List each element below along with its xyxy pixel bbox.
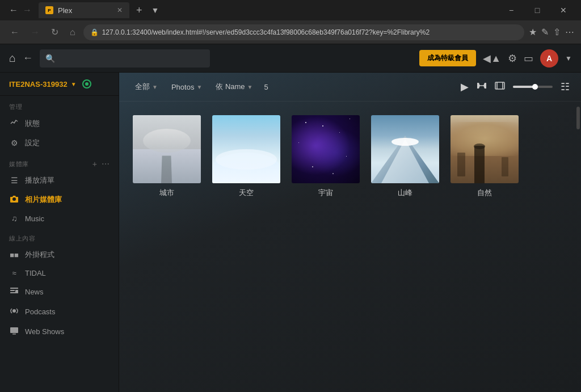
sidebar-item-plugins[interactable]: ■■ 外掛程式 bbox=[0, 245, 119, 264]
filter-all-button[interactable]: 全部 ▼ bbox=[130, 79, 162, 94]
volume-slider[interactable] bbox=[513, 86, 553, 88]
photo-label-sky: 天空 bbox=[212, 188, 280, 198]
photo-thumb-nature bbox=[451, 115, 519, 183]
photo-item-nature[interactable]: 自然 bbox=[451, 115, 519, 198]
playlist-icon: ☰ bbox=[9, 176, 19, 185]
sidebar-item-music[interactable]: ♫ Music bbox=[0, 209, 119, 227]
tab-close-icon[interactable]: ✕ bbox=[117, 6, 123, 14]
maximize-button[interactable]: □ bbox=[524, 0, 550, 20]
sidebar-library-header: 媒體庫 + ⋯ bbox=[0, 153, 119, 171]
photo-count: 5 bbox=[264, 83, 268, 91]
filter-photos-chevron-icon: ▼ bbox=[196, 84, 202, 90]
user-chevron-icon[interactable]: ▼ bbox=[565, 54, 572, 62]
ssl-icon: 🔒 bbox=[90, 28, 99, 36]
slideshow-button[interactable] bbox=[495, 82, 505, 92]
sidebar-item-status[interactable]: 狀態 bbox=[0, 113, 119, 133]
photo-item-universe[interactable]: 宇宙 bbox=[292, 115, 360, 198]
filter-sort-button[interactable]: 依 Name ▼ bbox=[211, 79, 257, 94]
photo-label-city: 城市 bbox=[133, 188, 201, 198]
svg-rect-2 bbox=[10, 292, 16, 293]
settings-icon[interactable]: ⚙ bbox=[508, 52, 517, 65]
browser-tab-plex[interactable]: P Plex ✕ bbox=[39, 2, 129, 18]
filter-photos-button[interactable]: Photos ▼ bbox=[167, 81, 207, 94]
photo-thumb-universe bbox=[292, 115, 360, 183]
subtitle-icon[interactable]: ◀▲ bbox=[483, 52, 501, 65]
add-library-icon[interactable]: + bbox=[92, 159, 97, 168]
bookmark-icon[interactable]: ★ bbox=[529, 27, 537, 37]
scrollbar[interactable] bbox=[575, 73, 581, 392]
sidebar-section-manage: 管理 bbox=[0, 96, 119, 113]
sidebar-item-playlist[interactable]: ☰ 播放清單 bbox=[0, 171, 119, 190]
sidebar-item-photos[interactable]: 相片媒體庫 bbox=[0, 190, 119, 209]
page-forward-icon[interactable]: → bbox=[23, 5, 32, 15]
plex-search-box[interactable]: 🔍 bbox=[40, 49, 210, 68]
search-icon: 🔍 bbox=[45, 54, 55, 63]
tab-list-icon[interactable]: ▼ bbox=[151, 6, 159, 15]
reader-icon[interactable]: ✎ bbox=[541, 27, 549, 37]
cast-icon[interactable]: ▭ bbox=[524, 52, 533, 65]
nav-home-button[interactable]: ⌂ bbox=[66, 25, 79, 40]
svg-rect-1 bbox=[10, 290, 15, 291]
play-all-button[interactable]: ▶ bbox=[461, 81, 469, 93]
status-icon bbox=[9, 118, 19, 129]
sidebar-item-label-podcasts: Podcasts bbox=[25, 307, 110, 316]
photo-item-city[interactable]: 城市 bbox=[133, 115, 201, 198]
plex-app: ⌂ ← 🔍 成為特級會員 ◀▲ ⚙ ▭ A ▼ ITE2NAS-319932 ▼ bbox=[0, 44, 581, 392]
share-icon[interactable]: ⇧ bbox=[553, 27, 561, 37]
sidebar-item-tidal[interactable]: ≈ TIDAL bbox=[0, 264, 119, 282]
filter-all-label: 全部 bbox=[135, 82, 150, 92]
music-icon: ♫ bbox=[9, 214, 19, 223]
volume-control[interactable] bbox=[513, 86, 553, 88]
minimize-button[interactable]: − bbox=[498, 0, 524, 20]
photo-thumb-city bbox=[133, 115, 201, 183]
close-button[interactable]: ✕ bbox=[550, 0, 576, 20]
sidebar: ITE2NAS-319932 ▼ 管理 狀態 ⚙ 設定 媒體庫 bbox=[0, 73, 119, 392]
server-name: ITE2NAS-319932 bbox=[9, 80, 68, 88]
webshows-icon bbox=[9, 326, 19, 337]
news-icon bbox=[9, 286, 19, 297]
grid-view-button[interactable]: ☷ bbox=[561, 81, 570, 93]
sidebar-section-library: 媒體庫 bbox=[9, 160, 92, 168]
sidebar-item-label-webshows: Web Shows bbox=[25, 327, 110, 336]
user-avatar[interactable]: A bbox=[540, 49, 558, 68]
camera-icon bbox=[9, 195, 19, 205]
svg-rect-6 bbox=[12, 334, 16, 335]
photo-item-mountain[interactable]: 山峰 bbox=[371, 115, 439, 198]
sidebar-item-label-photos: 相片媒體庫 bbox=[25, 195, 110, 205]
new-tab-button[interactable]: + bbox=[132, 5, 147, 16]
sidebar-server[interactable]: ITE2NAS-319932 ▼ bbox=[0, 73, 119, 96]
browser-actions: ★ ✎ ⇧ ⋯ bbox=[529, 27, 574, 37]
nav-back-button[interactable]: ← bbox=[7, 25, 23, 40]
photo-item-sky[interactable]: 天空 bbox=[212, 115, 280, 198]
nav-forward-button[interactable]: → bbox=[27, 25, 43, 40]
sidebar-item-label-music: Music bbox=[25, 214, 110, 223]
toolbar-right: ▶ ☷ bbox=[461, 81, 570, 93]
page-back-icon[interactable]: ← bbox=[9, 5, 18, 15]
sidebar-item-label-playlist: 播放清單 bbox=[25, 175, 110, 186]
more-icon[interactable]: ⋯ bbox=[565, 27, 574, 37]
url-bar[interactable]: 🔒 127.0.0.1:32400/web/index.html#!/serve… bbox=[83, 24, 524, 40]
content-toolbar: 全部 ▼ Photos ▼ 依 Name ▼ 5 ▶ bbox=[119, 73, 581, 102]
plugins-icon: ■■ bbox=[9, 251, 19, 259]
plex-nav-right: 成為特級會員 ◀▲ ⚙ ▭ A ▼ bbox=[419, 49, 572, 68]
sidebar-item-label-plugins: 外掛程式 bbox=[25, 250, 110, 260]
plex-home-button[interactable]: ⌂ bbox=[9, 52, 16, 65]
window-controls: − □ ✕ bbox=[498, 0, 576, 20]
sidebar-item-webshows[interactable]: Web Shows bbox=[0, 322, 119, 342]
content-area: 全部 ▼ Photos ▼ 依 Name ▼ 5 ▶ bbox=[119, 73, 581, 392]
tab-favicon: P bbox=[45, 6, 53, 14]
server-chevron-icon: ▼ bbox=[71, 81, 77, 87]
url-text: 127.0.0.1:32400/web/index.html#!/server/… bbox=[102, 28, 517, 36]
sidebar-item-label-settings: 設定 bbox=[25, 138, 110, 148]
nav-refresh-button[interactable]: ↻ bbox=[48, 24, 62, 40]
sidebar-item-podcasts[interactable]: Podcasts bbox=[0, 302, 119, 322]
upgrade-button[interactable]: 成為特級會員 bbox=[419, 50, 476, 66]
shuffle-button[interactable] bbox=[477, 82, 487, 92]
library-more-icon[interactable]: ⋯ bbox=[102, 159, 110, 168]
sidebar-item-news[interactable]: News bbox=[0, 282, 119, 302]
sidebar-item-settings[interactable]: ⚙ 設定 bbox=[0, 133, 119, 153]
plex-back-button[interactable]: ← bbox=[23, 52, 33, 64]
photo-thumb-mountain bbox=[371, 115, 439, 183]
sidebar-item-label-tidal: TIDAL bbox=[25, 269, 110, 277]
search-input[interactable] bbox=[58, 54, 204, 62]
